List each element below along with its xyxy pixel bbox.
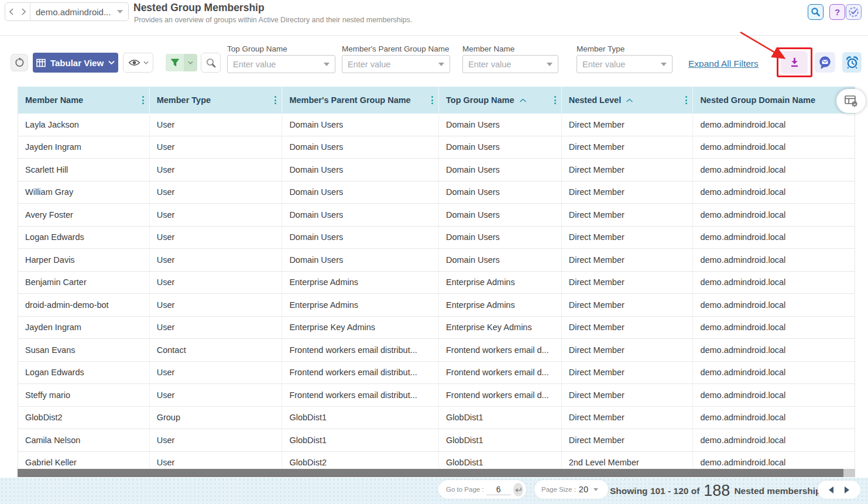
column-menu-icon[interactable]: [685, 96, 687, 104]
page-size-control[interactable]: Page Size : 20: [534, 480, 608, 499]
column-header-nested-group-domain-name[interactable]: Nested Group Domain Name: [693, 87, 855, 114]
cell-top-group-name: Domain Users: [439, 181, 562, 204]
global-search-button[interactable]: [808, 4, 824, 20]
cell-top-group-name: Domain Users: [439, 114, 562, 136]
filter-value-dropdown[interactable]: Enter value: [227, 55, 335, 73]
go-to-page-submit-button[interactable]: [513, 483, 523, 496]
column-menu-icon[interactable]: [554, 96, 556, 104]
cell-nested-level: Direct Member: [562, 114, 694, 136]
messages-button[interactable]: [815, 52, 835, 73]
cell-member-type: User: [150, 159, 283, 181]
cell-nested-group-domain-name: demo.admindroid.local: [693, 114, 855, 136]
cell-member-type: User: [150, 429, 283, 451]
column-header-member-s-parent-group-name[interactable]: Member's Parent Group Name: [282, 87, 439, 114]
column-menu-icon[interactable]: [142, 96, 144, 104]
expand-all-filters-link[interactable]: Expand All Filters: [688, 59, 759, 69]
page-title: Nested Group Membership: [133, 2, 265, 14]
cell-nested-group-domain-name: demo.admindroid.local: [693, 384, 855, 406]
cell-member-type: User: [150, 181, 283, 204]
cell-top-group-name: GlobDist1: [439, 452, 562, 469]
next-page-button[interactable]: [845, 486, 849, 493]
workspace-selector[interactable]: demo.admindroid...: [5, 2, 129, 21]
cell-top-group-name: GlobDist1: [439, 429, 562, 451]
caret-down-icon: [593, 488, 598, 491]
cell-nested-level: Direct Member: [562, 204, 694, 226]
cell-member-s-parent-group-name: Domain Users: [282, 227, 439, 249]
cell-member-s-parent-group-name: Enterprise Key Admins: [282, 317, 439, 339]
table-row: Gabriel KellerUserGlobDist2GlobDist12nd …: [18, 452, 855, 469]
nav-forward-button[interactable]: [18, 3, 30, 20]
horizontal-scrollbar-track[interactable]: [18, 469, 855, 477]
previous-page-button[interactable]: [829, 486, 833, 493]
column-header-top-group-name[interactable]: Top Group Name: [439, 87, 562, 114]
column-menu-icon[interactable]: [275, 96, 276, 104]
task-status-button[interactable]: [846, 4, 862, 20]
cell-member-type: User: [150, 294, 283, 316]
caret-down-icon: [661, 63, 667, 66]
cell-nested-level: Direct Member: [562, 272, 694, 294]
tabular-view-button[interactable]: Tabular View: [33, 53, 118, 73]
export-download-button[interactable]: [781, 51, 808, 74]
column-header-member-name[interactable]: Member Name: [18, 87, 150, 114]
visibility-dropdown-button[interactable]: [123, 53, 153, 73]
column-settings-button[interactable]: [836, 89, 866, 113]
cell-top-group-name: Domain Users: [439, 159, 562, 181]
cell-member-type: User: [150, 249, 283, 271]
filter-member-name: Member NameEnter value: [462, 44, 558, 73]
alerts-button[interactable]: [842, 52, 862, 73]
help-button[interactable]: ?: [829, 4, 845, 20]
page-size-value: 20: [579, 485, 588, 494]
cell-nested-group-domain-name: demo.admindroid.local: [693, 136, 855, 159]
table-row: Benjamin CarterUserEnterprise AdminsEnte…: [18, 272, 855, 294]
table-row: Layla JacksonUserDomain UsersDomain User…: [18, 114, 855, 136]
filter-dropdown-segment[interactable]: [184, 54, 197, 71]
filter-value-dropdown[interactable]: Enter value: [577, 55, 673, 73]
filter-label: Member Name: [462, 44, 558, 53]
cell-member-name: Harper Davis: [18, 249, 150, 271]
refresh-button[interactable]: [11, 54, 28, 71]
filter-member-type: Member TypeEnter value: [577, 44, 673, 73]
filter-top-group-name: Top Group NameEnter value: [227, 44, 335, 73]
column-menu-icon[interactable]: [431, 96, 433, 104]
caret-down-icon: [438, 63, 444, 66]
table-grid-icon: [36, 59, 46, 67]
cell-member-s-parent-group-name: Domain Users: [282, 204, 439, 226]
cell-member-type: User: [150, 272, 283, 294]
cell-nested-level: Direct Member: [562, 339, 694, 361]
cell-nested-group-domain-name: demo.admindroid.local: [693, 204, 855, 226]
filter-apply-segment[interactable]: [166, 54, 184, 71]
table-row: Logan EdwardsUserDomain UsersDomain User…: [18, 227, 855, 249]
cell-nested-level: Direct Member: [562, 136, 694, 159]
eye-icon: [128, 59, 140, 67]
cell-member-name: Logan Edwards: [18, 227, 150, 249]
column-header-nested-level[interactable]: Nested Level: [562, 87, 694, 114]
cell-member-name: Layla Jackson: [18, 114, 150, 136]
cell-nested-group-domain-name: demo.admindroid.local: [693, 181, 855, 204]
cell-member-s-parent-group-name: Enterprise Admins: [282, 272, 439, 294]
filter-value-dropdown[interactable]: Enter value: [462, 55, 558, 73]
cell-member-name: William Gray: [18, 181, 150, 204]
cell-top-group-name: Domain Users: [439, 227, 562, 249]
column-header-label: Member's Parent Group Name: [289, 95, 410, 105]
cell-top-group-name: Frontend workers email d...: [439, 384, 562, 406]
cell-member-s-parent-group-name: Domain Users: [282, 181, 439, 204]
table-row: William GrayUserDomain UsersDomain Users…: [18, 181, 855, 204]
filter-placeholder: Enter value: [468, 60, 547, 69]
quick-search-button[interactable]: [201, 53, 221, 73]
cell-member-type: User: [150, 204, 283, 226]
column-header-label: Top Group Name: [446, 95, 514, 105]
column-header-member-type[interactable]: Member Type: [150, 87, 283, 114]
filter-value-dropdown[interactable]: Enter value: [342, 55, 450, 73]
download-icon: [788, 56, 801, 68]
cell-member-type: User: [150, 227, 283, 249]
nav-back-button[interactable]: [5, 3, 18, 20]
cell-member-name: Logan Edwards: [18, 362, 150, 384]
chevron-down-icon: [188, 61, 193, 65]
cell-member-s-parent-group-name: Frontend workers email distribut...: [282, 384, 439, 406]
horizontal-scrollbar-thumb[interactable]: [18, 469, 843, 477]
filter-placeholder: Enter value: [582, 60, 661, 69]
go-to-page-input[interactable]: [486, 484, 511, 495]
filter-split-button[interactable]: [166, 54, 197, 71]
cell-top-group-name: Domain Users: [439, 249, 562, 271]
cell-member-s-parent-group-name: Domain Users: [282, 136, 439, 159]
